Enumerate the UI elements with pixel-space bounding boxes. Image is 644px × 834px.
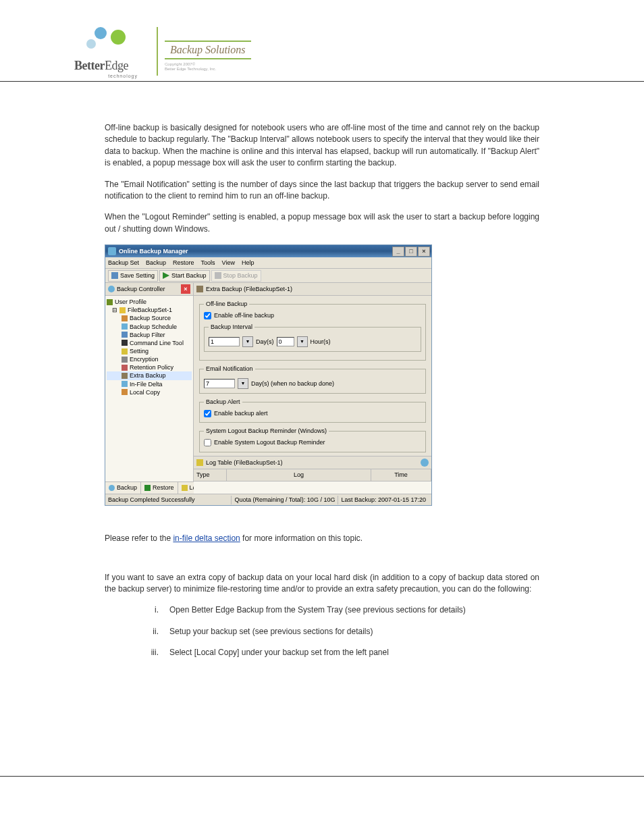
- email-notification-group: Email Notification ▼ Day(s) (when no bac…: [199, 365, 426, 394]
- status-last-backup: Last Backup: 2007-01-15 17:20: [338, 496, 429, 504]
- dropdown-icon[interactable]: ▼: [238, 378, 248, 389]
- menu-item[interactable]: Backup: [146, 259, 166, 267]
- left-panel-header: Backup Controller ×: [105, 283, 193, 296]
- globe-icon: [109, 485, 115, 491]
- separator: [157, 27, 158, 76]
- step-text: Setup your backup set (see previous sect…: [169, 626, 373, 637]
- save-icon: [111, 272, 118, 279]
- log-title: Log Table (FileBackupSet-1): [206, 459, 282, 467]
- extra-backup-icon: [196, 286, 203, 292]
- label: Day(s): [256, 338, 274, 346]
- col-header: Type: [194, 469, 227, 481]
- step-number: i.: [132, 604, 169, 616]
- interval-days-input[interactable]: [209, 337, 240, 346]
- minimize-button[interactable]: _: [392, 246, 404, 257]
- status-quota: Quota (Remaining / Total): 10G / 10G: [231, 496, 338, 504]
- stop-icon: [215, 272, 221, 279]
- log-panel-header: Log Table (FileBackupSet-1): [194, 456, 431, 469]
- enable-alert-checkbox[interactable]: [204, 410, 211, 417]
- stop-backup-button[interactable]: Stop Backup: [211, 270, 261, 282]
- menubar: Backup Set Backup Restore Tools View Hel…: [105, 257, 431, 269]
- tab-restore[interactable]: Restore: [141, 482, 178, 494]
- tree-node-label: Backup Source: [130, 314, 171, 322]
- in-file-delta-link[interactable]: in-file delta section: [173, 533, 240, 543]
- left-tabs: Backup Restore Log: [105, 481, 193, 494]
- tree-node-label: Extra Backup: [130, 371, 166, 380]
- col-header: Log: [227, 469, 371, 481]
- tree-node[interactable]: User Profile: [107, 298, 192, 306]
- tree-node-label: FileBackupSet-1: [128, 306, 172, 314]
- menu-item[interactable]: Help: [242, 259, 254, 267]
- tree-node[interactable]: In-File Delta: [107, 380, 192, 388]
- maximize-button[interactable]: □: [405, 246, 417, 257]
- tree-node[interactable]: Backup Source: [107, 314, 192, 322]
- tree-node-icon: [107, 299, 113, 305]
- email-days-input[interactable]: [204, 379, 235, 388]
- start-backup-button[interactable]: Start Backup: [159, 270, 210, 282]
- tree-node-label: Local Copy: [130, 388, 160, 396]
- paragraph: If you want to save an extra copy of bac…: [105, 572, 539, 596]
- label: Hour(s): [311, 338, 331, 346]
- tree-node[interactable]: Backup Schedule: [107, 323, 192, 331]
- right-panel-header: Extra Backup (FileBackupSet-1): [194, 283, 431, 296]
- tree-node[interactable]: ⊟FileBackupSet-1: [107, 306, 192, 314]
- tree-node-label: In-File Delta: [130, 380, 163, 388]
- statusbar: Backup Completed Successfully Quota (Rem…: [105, 494, 431, 505]
- tree-view: User Profile⊟FileBackupSet-1Backup Sourc…: [105, 296, 193, 481]
- step-text: Open Better Edge Backup from the System …: [169, 604, 466, 616]
- tab-backup[interactable]: Backup: [105, 482, 141, 494]
- offline-backup-group: Off-line Backup Enable off-line backup B…: [199, 300, 426, 361]
- tree-node-icon: [122, 365, 128, 371]
- paragraph: The "Email Notification" setting is the …: [105, 179, 539, 203]
- enable-offline-checkbox[interactable]: [204, 312, 211, 319]
- logo-dot-icon: [111, 30, 126, 45]
- refresh-icon[interactable]: [421, 459, 429, 467]
- col-header: Time: [371, 469, 431, 481]
- tree-node[interactable]: Retention Policy: [107, 363, 192, 371]
- menu-item[interactable]: View: [222, 259, 235, 267]
- enable-logout-reminder-checkbox[interactable]: [204, 439, 211, 446]
- paragraph: When the "Logout Reminder" setting is en…: [105, 211, 539, 235]
- menu-item[interactable]: Tools: [201, 259, 215, 267]
- betteredge-logo: BetterEdge technology: [74, 27, 142, 74]
- window-title: Online Backup Manager: [119, 247, 188, 256]
- tree-node[interactable]: Setting: [107, 347, 192, 355]
- footer-rule: [0, 776, 644, 777]
- tree-node-label: User Profile: [115, 298, 146, 306]
- interval-hours-input[interactable]: [277, 337, 294, 346]
- panel-title: Backup Controller: [117, 285, 165, 294]
- step-item: i. Open Better Edge Backup from the Syst…: [132, 604, 539, 616]
- tree-node-icon: [122, 389, 128, 395]
- tree-node-label: Retention Policy: [130, 363, 173, 371]
- logo-dot-icon: [86, 39, 96, 49]
- dropdown-icon[interactable]: ▼: [297, 336, 308, 347]
- tree-node-label: Setting: [130, 347, 149, 355]
- backup-alert-group: Backup Alert Enable backup alert: [199, 398, 426, 423]
- dropdown-icon[interactable]: ▼: [242, 336, 253, 347]
- titlebar: Online Backup Manager _ □ ×: [105, 245, 431, 257]
- log-icon: [196, 459, 203, 466]
- save-setting-button[interactable]: Save Setting: [108, 270, 158, 282]
- step-item: ii. Setup your backup set (see previous …: [132, 626, 539, 637]
- paragraph: Off-line backup is basically designed fo…: [105, 122, 539, 170]
- tree-node[interactable]: Local Copy: [107, 388, 192, 396]
- tree-node-icon: [122, 373, 128, 379]
- step-text: Select [Local Copy] under your backup se…: [169, 647, 389, 658]
- tree-node[interactable]: Command Line Tool: [107, 339, 192, 347]
- log-area: [194, 481, 431, 494]
- menu-item[interactable]: Restore: [173, 259, 194, 267]
- tree-node[interactable]: Encryption: [107, 355, 192, 363]
- close-button[interactable]: ×: [418, 246, 430, 257]
- checkbox-label: Enable backup alert: [214, 409, 268, 418]
- tree-node[interactable]: Extra Backup: [107, 371, 192, 380]
- panel-close-button[interactable]: ×: [181, 284, 190, 294]
- tree-node[interactable]: Backup Filter: [107, 331, 192, 339]
- menu-item[interactable]: Backup Set: [108, 259, 139, 267]
- steps-list: i. Open Better Edge Backup from the Syst…: [132, 604, 539, 658]
- tree-node-icon: [122, 348, 128, 355]
- tree-node-icon: [122, 381, 128, 387]
- page-header: BetterEdge technology Backup Solutions C…: [0, 0, 644, 82]
- app-window: Online Backup Manager _ □ × Backup Set B…: [105, 244, 432, 506]
- log-icon: [182, 485, 188, 491]
- restore-icon: [144, 485, 151, 491]
